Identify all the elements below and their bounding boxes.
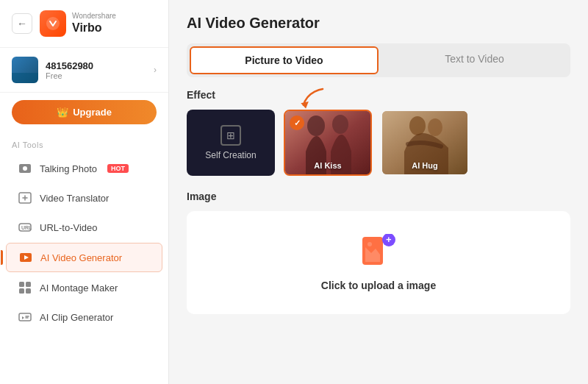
ai-clip-generator-icon xyxy=(18,310,32,324)
svg-point-20 xyxy=(409,116,426,135)
video-translator-label: Video Translator xyxy=(40,193,109,204)
main-content: AI Video Generator Picture to Video Text… xyxy=(169,0,588,384)
account-plan: Free xyxy=(46,71,146,80)
sidebar-header: ← Wondershare Virbo xyxy=(0,0,168,48)
effect-check-icon: ✓ xyxy=(290,115,304,130)
avatar xyxy=(12,57,38,83)
svg-point-22 xyxy=(368,242,372,246)
svg-point-2 xyxy=(23,166,27,171)
upload-icon-wrapper: + xyxy=(359,234,398,271)
brand-name: Wondershare xyxy=(72,12,116,21)
effect-ai-kiss[interactable]: ✓ AI Kiss xyxy=(284,110,372,176)
back-arrow-icon: ← xyxy=(17,18,27,29)
ai-montage-maker-icon xyxy=(18,280,32,295)
effect-section-label: Effect xyxy=(187,89,570,101)
svg-point-0 xyxy=(46,17,60,30)
tab-text-to-video[interactable]: Text to Video xyxy=(381,46,567,74)
upgrade-label: Upgrade xyxy=(73,107,112,118)
svg-text:URL: URL xyxy=(21,225,32,230)
tabs-container: Picture to Video Text to Video xyxy=(187,43,570,77)
app-logo xyxy=(40,10,66,37)
upload-area[interactable]: + Click to upload a image xyxy=(187,211,570,314)
talking-photo-icon xyxy=(18,161,32,176)
account-info: 481562980 Free xyxy=(46,60,146,80)
effect-self-creation[interactable]: ⊞ Self Creation xyxy=(187,110,275,176)
nav-item-ai-video-generator[interactable]: AI Video Generator xyxy=(6,243,162,272)
crown-icon: 👑 xyxy=(57,107,68,118)
url-to-video-icon: URL xyxy=(18,220,32,235)
ai-clip-generator-label: AI Clip Generator xyxy=(40,312,113,323)
tab-picture-to-video[interactable]: Picture to Video xyxy=(190,46,379,74)
nav-item-video-translator[interactable]: Video Translator xyxy=(6,184,162,212)
upload-image-icon: + xyxy=(359,234,398,268)
svg-rect-12 xyxy=(19,313,31,321)
upgrade-button[interactable]: 👑 Upgrade xyxy=(12,100,157,124)
self-creation-text: Self Creation xyxy=(205,150,256,160)
nav-item-ai-montage-maker[interactable]: AI Montage Maker xyxy=(6,274,162,302)
nav-item-talking-photo[interactable]: Talking Photo HOT xyxy=(6,154,162,182)
svg-rect-11 xyxy=(26,288,31,294)
ai-hug-label: AI Hug xyxy=(382,161,467,170)
image-section-label: Image xyxy=(187,191,570,202)
ai-montage-maker-label: AI Montage Maker xyxy=(40,282,118,294)
logo-text: Wondershare Virbo xyxy=(72,12,116,35)
logo-wrapper: Wondershare Virbo xyxy=(40,10,116,37)
sidebar: ← Wondershare Virbo 481562980 Free › 👑 U… xyxy=(0,0,169,384)
nav-item-url-to-video[interactable]: URL URL-to-Video xyxy=(6,213,162,241)
url-to-video-label: URL-to-Video xyxy=(40,222,98,233)
ai-video-generator-icon xyxy=(18,250,33,265)
svg-rect-9 xyxy=(26,282,31,287)
video-translator-icon xyxy=(18,191,32,205)
effects-row: ⊞ Self Creation xyxy=(187,110,570,176)
account-section[interactable]: 481562980 Free › xyxy=(0,48,168,93)
svg-point-17 xyxy=(307,115,325,136)
page-title: AI Video Generator xyxy=(187,15,570,32)
upload-text: Click to upload a image xyxy=(321,280,436,291)
tools-section-label: AI Tools xyxy=(0,132,168,154)
nav-item-ai-clip-generator[interactable]: AI Clip Generator xyxy=(6,303,162,331)
back-button[interactable]: ← xyxy=(12,13,32,34)
self-creation-content: ⊞ Self Creation xyxy=(205,125,256,160)
svg-point-18 xyxy=(332,115,348,134)
svg-text:+: + xyxy=(386,234,392,245)
effect-ai-hug[interactable]: AI Hug xyxy=(381,110,469,176)
hot-badge: HOT xyxy=(107,164,129,173)
self-creation-box-icon: ⊞ xyxy=(220,125,241,146)
svg-rect-10 xyxy=(19,288,24,294)
account-arrow-icon: › xyxy=(154,65,157,75)
ai-kiss-label: AI Kiss xyxy=(285,161,370,170)
talking-photo-label: Talking Photo xyxy=(40,163,97,174)
account-id: 481562980 xyxy=(46,60,146,71)
svg-rect-8 xyxy=(19,282,24,287)
svg-point-21 xyxy=(428,118,442,136)
app-name: Virbo xyxy=(72,21,116,35)
ai-video-generator-label: AI Video Generator xyxy=(40,252,122,263)
